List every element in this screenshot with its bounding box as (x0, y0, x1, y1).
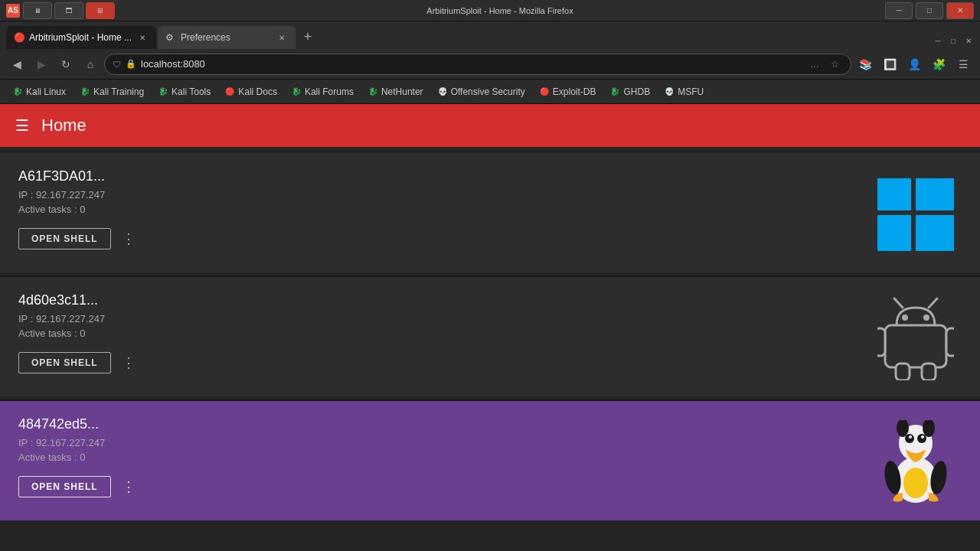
exploit-db-favicon: 🔴 (539, 86, 550, 97)
os-taskbar: 🖥 🗔 ⊞ (23, 2, 115, 19)
device-name-2: 4d60e3c11... (18, 292, 140, 308)
more-options-btn-1[interactable]: ⋮ (117, 227, 140, 250)
home-button[interactable]: ⌂ (80, 54, 101, 75)
device-ip-3: IP : 92.167.227.247 (18, 437, 140, 448)
kali-training-favicon: 🐉 (80, 86, 90, 97)
tab-close-arbitrium[interactable]: ✕ (136, 31, 149, 44)
device-tasks-3: Active tasks : 0 (18, 452, 140, 463)
windows-logo (877, 178, 954, 251)
tab-label-arbitrium: ArbitriumSploit - Home ... (29, 32, 132, 43)
offensive-security-favicon: 💀 (437, 86, 448, 97)
extensions-btn[interactable]: 🧩 (928, 54, 949, 75)
os-task-3[interactable]: ⊞ (86, 2, 115, 19)
svg-point-8 (923, 315, 929, 321)
device-name-1: A61F3DA01... (18, 168, 140, 184)
device-actions-2: OPEN SHELL ⋮ (18, 351, 140, 374)
device-card-1: A61F3DA01... IP : 92.167.227.247 Active … (0, 153, 980, 272)
forward-button[interactable]: ▶ (31, 54, 52, 75)
nav-right-controls: 📚 🔳 👤 🧩 ☰ (854, 54, 974, 75)
more-options-btn-2[interactable]: ⋮ (117, 351, 140, 374)
menu-btn[interactable]: ☰ (952, 54, 974, 75)
tab-arbitrium[interactable]: 🔴 ArbitriumSploit - Home ... ✕ (6, 26, 156, 49)
bookmark-offensive-security-label: Offensive Security (451, 86, 525, 97)
device-info-2: 4d60e3c11... IP : 92.167.227.247 Active … (18, 292, 140, 374)
svg-rect-1 (916, 178, 954, 210)
url-actions: … ☆ (806, 56, 843, 73)
bookmark-kali-linux-label: Kali Linux (26, 86, 66, 97)
bookmarks-bar: 🐉 Kali Linux 🐉 Kali Training 🐉 Kali Tool… (0, 80, 980, 104)
open-shell-btn-3[interactable]: OPEN SHELL (18, 476, 111, 497)
svg-point-18 (909, 435, 912, 439)
bookmark-ghdb[interactable]: 🐉 GHDB (603, 84, 656, 99)
tab-preferences[interactable]: ⚙ Preferences ✕ (158, 26, 296, 49)
svg-point-16 (905, 434, 914, 443)
svg-rect-4 (885, 325, 946, 367)
back-button[interactable]: ◀ (6, 54, 28, 75)
lock-icon: 🔒 (126, 59, 136, 69)
bookmark-kali-linux[interactable]: 🐉 Kali Linux (6, 84, 72, 99)
more-options-btn-3[interactable]: ⋮ (117, 475, 140, 498)
os-titlebar: AS 🖥 🗔 ⊞ ArbitriumSploit - Home - Mozill… (0, 0, 980, 21)
os-task-1[interactable]: 🖥 (23, 2, 52, 19)
win-close[interactable]: ✕ (963, 35, 974, 46)
tab-close-preferences[interactable]: ✕ (276, 31, 288, 44)
bookmark-kali-training[interactable]: 🐉 Kali Training (74, 84, 150, 99)
os-app-icon: AS (6, 4, 20, 18)
device-tasks-1: Active tasks : 0 (18, 204, 140, 215)
device-card-3: 484742ed5... IP : 92.167.227.247 Active … (0, 401, 980, 520)
os-minimize-btn[interactable]: ─ (885, 2, 913, 19)
firefox-window: 🔴 ArbitriumSploit - Home ... ✕ ⚙ Prefere… (0, 21, 980, 551)
bookmark-kali-forums[interactable]: 🐉 Kali Forums (285, 84, 360, 99)
bookmark-exploit-db[interactable]: 🔴 Exploit-DB (533, 84, 603, 99)
device-name-3: 484742ed5... (18, 416, 140, 432)
url-bar[interactable]: 🛡 🔒 localhost:8080 … ☆ (104, 54, 851, 75)
bookmark-kali-docs-label: Kali Docs (238, 86, 277, 97)
win-minimize[interactable]: ─ (933, 35, 943, 46)
os-maximize-btn[interactable]: □ (916, 2, 943, 19)
device-info-1: A61F3DA01... IP : 92.167.227.247 Active … (18, 168, 140, 250)
bookmark-msfu[interactable]: 💀 MSFU (658, 84, 710, 99)
device-actions-3: OPEN SHELL ⋮ (18, 475, 140, 498)
kali-linux-favicon: 🐉 (12, 86, 23, 97)
new-tab-button[interactable]: + (297, 26, 318, 47)
main-content[interactable]: A61F3DA01... IP : 92.167.227.247 Active … (0, 147, 980, 551)
library-btn[interactable]: 📚 (854, 54, 876, 75)
device-os-icon-2 (870, 292, 962, 384)
tab-favicon-arbitrium: 🔴 (14, 32, 24, 43)
account-btn[interactable]: 👤 (903, 54, 925, 75)
bookmark-nethunter-label: NetHunter (381, 86, 423, 97)
svg-point-17 (917, 434, 926, 443)
os-task-2[interactable]: 🗔 (54, 2, 83, 19)
url-bookmark-btn[interactable]: ☆ (826, 56, 843, 73)
url-more-btn[interactable]: … (806, 56, 823, 73)
os-titlebar-left: AS 🖥 🗔 ⊞ (6, 2, 115, 19)
win-restore[interactable]: □ (948, 35, 959, 46)
android-logo (877, 296, 954, 380)
window-controls: ─ □ ✕ (933, 35, 974, 46)
reload-button[interactable]: ↻ (55, 54, 77, 75)
app-header: ☰ Home (0, 104, 980, 147)
bookmark-kali-tools[interactable]: 🐉 Kali Tools (152, 84, 217, 99)
device-os-icon-1 (870, 168, 962, 260)
device-ip-1: IP : 92.167.227.247 (18, 189, 140, 201)
svg-point-19 (921, 435, 924, 439)
bookmark-nethunter[interactable]: 🐉 NetHunter (361, 84, 430, 99)
kali-forums-favicon: 🐉 (291, 86, 302, 97)
open-shell-btn-1[interactable]: OPEN SHELL (18, 228, 111, 249)
msfu-favicon: 💀 (664, 86, 675, 97)
bookmark-offensive-security[interactable]: 💀 Offensive Security (431, 84, 531, 99)
device-tasks-2: Active tasks : 0 (18, 328, 140, 339)
kali-docs-favicon: 🔴 (224, 86, 235, 97)
svg-line-5 (894, 298, 903, 308)
tab-label-preferences: Preferences (181, 32, 271, 43)
svg-rect-3 (916, 215, 954, 251)
svg-rect-11 (896, 364, 910, 380)
hamburger-menu-icon[interactable]: ☰ (15, 116, 29, 135)
kali-tools-favicon: 🐉 (158, 86, 168, 97)
device-ip-2: IP : 92.167.227.247 (18, 313, 140, 324)
bookmark-kali-docs[interactable]: 🔴 Kali Docs (218, 84, 283, 99)
container-btn[interactable]: 🔳 (879, 54, 900, 75)
os-close-btn[interactable]: ✕ (946, 2, 974, 19)
bookmark-kali-tools-label: Kali Tools (172, 86, 211, 97)
open-shell-btn-2[interactable]: OPEN SHELL (18, 352, 111, 373)
